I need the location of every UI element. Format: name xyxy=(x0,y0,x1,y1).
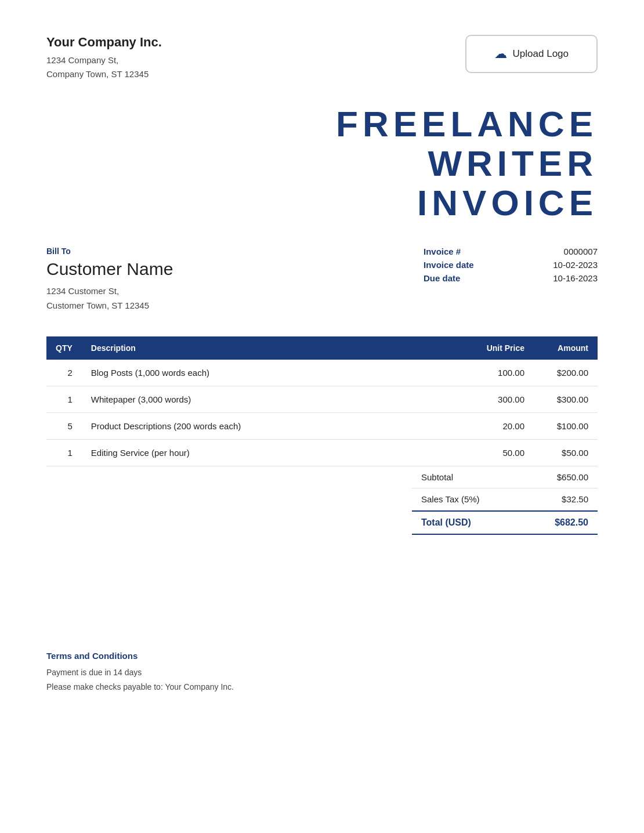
row-unit-price: 50.00 xyxy=(458,439,534,466)
terms-line2: Please make checks payable to: Your Comp… xyxy=(46,680,598,694)
items-table: QTY Description Unit Price Amount 2 Blog… xyxy=(46,336,598,466)
invoice-title-line2: WRITER xyxy=(46,144,598,183)
total-value: $682.50 xyxy=(555,517,588,528)
row-unit-price: 20.00 xyxy=(458,412,534,439)
company-address-line1: 1234 Company St, xyxy=(46,53,162,67)
row-qty: 1 xyxy=(46,386,82,412)
terms-section: Terms and Conditions Payment is due in 1… xyxy=(46,651,598,694)
company-address-line2: Company Town, ST 12345 xyxy=(46,67,162,81)
row-unit-price: 300.00 xyxy=(458,386,534,412)
company-info: Your Company Inc. 1234 Company St, Compa… xyxy=(46,35,162,81)
invoice-date-row: Invoice date 10-02-2023 xyxy=(424,260,598,270)
row-amount: $100.00 xyxy=(534,412,598,439)
invoice-number-row: Invoice # 0000007 xyxy=(424,247,598,256)
due-date-row: Due date 10-16-2023 xyxy=(424,273,598,283)
table-row: 1 Whitepaper (3,000 words) 300.00 $300.0… xyxy=(46,386,598,412)
invoice-title-section: FREELANCE WRITER INVOICE xyxy=(46,104,598,223)
total-row: Total (USD) $682.50 xyxy=(412,510,598,535)
row-description: Whitepaper (3,000 words) xyxy=(82,386,458,412)
invoice-number-label: Invoice # xyxy=(424,247,461,256)
invoice-meta: Invoice # 0000007 Invoice date 10-02-202… xyxy=(424,247,598,283)
bill-to-block: Bill To Customer Name 1234 Customer St, … xyxy=(46,247,424,313)
table-header-row: QTY Description Unit Price Amount xyxy=(46,336,598,360)
row-amount: $200.00 xyxy=(534,360,598,386)
due-date-label: Due date xyxy=(424,273,460,283)
upload-logo-button[interactable]: ☁ Upload Logo xyxy=(465,35,598,73)
col-amount: Amount xyxy=(534,336,598,360)
customer-name: Customer Name xyxy=(46,259,424,279)
company-name: Your Company Inc. xyxy=(46,35,162,50)
bill-section: Bill To Customer Name 1234 Customer St, … xyxy=(46,247,598,313)
row-description: Product Descriptions (200 words each) xyxy=(82,412,458,439)
upload-icon: ☁ xyxy=(494,46,507,61)
customer-address-line1: 1234 Customer St, xyxy=(46,284,424,299)
subtotal-row: Subtotal $650.00 xyxy=(412,466,598,488)
due-date-value: 10-16-2023 xyxy=(553,273,598,283)
table-row: 2 Blog Posts (1,000 words each) 100.00 $… xyxy=(46,360,598,386)
invoice-date-label: Invoice date xyxy=(424,260,474,270)
row-description: Editing Service (per hour) xyxy=(82,439,458,466)
table-row: 1 Editing Service (per hour) 50.00 $50.0… xyxy=(46,439,598,466)
row-qty: 1 xyxy=(46,439,82,466)
tax-label: Sales Tax (5%) xyxy=(421,494,480,504)
customer-address-line2: Customer Town, ST 12345 xyxy=(46,298,424,313)
row-unit-price: 100.00 xyxy=(458,360,534,386)
row-description: Blog Posts (1,000 words each) xyxy=(82,360,458,386)
row-qty: 5 xyxy=(46,412,82,439)
row-amount: $50.00 xyxy=(534,439,598,466)
total-label: Total (USD) xyxy=(421,517,471,528)
header-section: Your Company Inc. 1234 Company St, Compa… xyxy=(46,35,598,81)
table-row: 5 Product Descriptions (200 words each) … xyxy=(46,412,598,439)
col-qty: QTY xyxy=(46,336,82,360)
invoice-title: FREELANCE WRITER INVOICE xyxy=(46,104,598,223)
col-description: Description xyxy=(82,336,458,360)
tax-value: $32.50 xyxy=(562,494,588,504)
row-amount: $300.00 xyxy=(534,386,598,412)
upload-logo-label: Upload Logo xyxy=(513,48,569,60)
terms-line1: Payment is due in 14 days xyxy=(46,665,598,680)
bill-to-label: Bill To xyxy=(46,247,424,256)
subtotal-label: Subtotal xyxy=(421,472,453,482)
totals-section: Subtotal $650.00 Sales Tax (5%) $32.50 T… xyxy=(46,466,598,535)
invoice-number-value: 0000007 xyxy=(564,247,598,256)
col-unit-price: Unit Price xyxy=(458,336,534,360)
tax-row: Sales Tax (5%) $32.50 xyxy=(412,488,598,510)
invoice-title-line3: INVOICE xyxy=(46,183,598,223)
invoice-title-line1: FREELANCE xyxy=(46,104,598,144)
subtotal-value: $650.00 xyxy=(557,472,588,482)
invoice-date-value: 10-02-2023 xyxy=(553,260,598,270)
row-qty: 2 xyxy=(46,360,82,386)
terms-title: Terms and Conditions xyxy=(46,651,598,661)
totals-block: Subtotal $650.00 Sales Tax (5%) $32.50 T… xyxy=(412,466,598,535)
